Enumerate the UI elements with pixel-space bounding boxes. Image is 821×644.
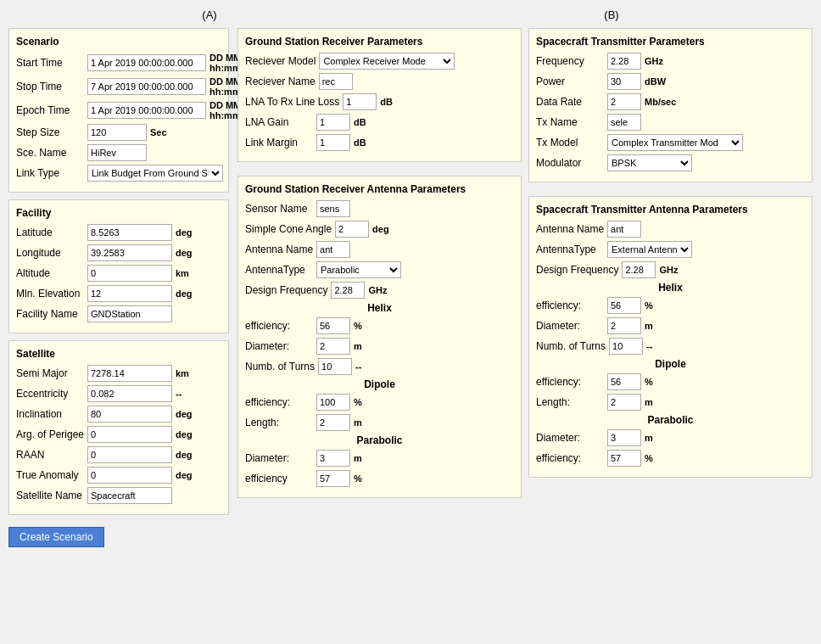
gs-dipole-efficiency-label: efficiency: (245, 396, 313, 408)
gs-dipole-header: Dipole (245, 378, 514, 390)
sc-parabolic-diameter-input[interactable] (607, 429, 641, 446)
gs-helix-turns-label: Numb. of Turns (245, 361, 315, 372)
gs-helix-diameter-label: Diameter: (245, 340, 313, 352)
sc-power-input[interactable] (607, 73, 641, 90)
sc-antenna-name-input[interactable] (607, 221, 641, 238)
min-elevation-input[interactable] (87, 285, 172, 302)
altitude-unit: km (176, 268, 189, 278)
start-time-row: Start Time DD MM YY hh:mm:ss.000 (16, 53, 221, 73)
link-type-label: Link Type (16, 167, 84, 179)
facility-title: Facility (16, 207, 221, 219)
sc-tx-model-select[interactable]: Complex Transmitter Mod (607, 134, 743, 151)
step-size-row: Step Size Sec (16, 124, 221, 141)
sc-helix-turns-input[interactable] (609, 338, 643, 355)
facility-name-input[interactable] (87, 305, 172, 322)
raan-input[interactable] (87, 446, 172, 463)
sc-data-rate-unit: Mb/sec (645, 97, 676, 107)
gs-cone-row: Simple Cone Angle deg (245, 221, 514, 238)
longitude-input[interactable] (87, 244, 172, 261)
sc-design-freq-unit: GHz (659, 265, 678, 275)
gs-cone-unit: deg (372, 224, 389, 234)
longitude-label: Longitude (16, 247, 84, 259)
eccentricity-unit: -- (176, 389, 182, 399)
link-margin-label: Link Margin (245, 137, 313, 148)
stop-time-label: Stop Time (16, 81, 84, 92)
sc-tx-name-label: Tx Name (536, 116, 604, 128)
true-anomaly-unit: deg (176, 470, 193, 480)
link-type-select[interactable]: Link Budget From Ground Station 'Rx' to … (87, 165, 223, 182)
gs-dipole-length-unit: m (354, 417, 362, 428)
lna-loss-row: LNA To Rx Line Loss dB (245, 93, 514, 110)
lna-loss-input[interactable] (343, 93, 377, 110)
sce-name-input[interactable] (87, 144, 147, 161)
gs-design-freq-input[interactable] (331, 282, 365, 299)
step-size-input[interactable] (87, 124, 147, 141)
gs-dipole-length-input[interactable] (316, 414, 350, 431)
gs-parabolic-diameter-input[interactable] (316, 450, 350, 467)
receiver-name-input[interactable] (319, 73, 353, 90)
inclination-input[interactable] (87, 406, 172, 423)
inclination-label: Inclination (16, 408, 84, 420)
start-time-input[interactable] (87, 54, 206, 71)
arg-perigee-input[interactable] (87, 426, 172, 443)
sc-parabolic-diameter-unit: m (645, 433, 653, 443)
sc-tx-model-row: Tx Model Complex Transmitter Mod (536, 134, 805, 151)
sc-dipole-length-input[interactable] (607, 394, 641, 411)
eccentricity-input[interactable] (87, 385, 172, 402)
gs-dipole-efficiency-row: efficiency: % (245, 394, 514, 411)
sc-helix-turns-unit: -- (646, 341, 652, 351)
sc-dipole-length-label: Length: (536, 396, 604, 408)
sc-antenna-type-select[interactable]: External Antenna Pa (607, 241, 692, 258)
gs-antenna-type-select[interactable]: Parabolic (316, 261, 401, 278)
sc-parabolic-efficiency-row: efficiency: % (536, 450, 805, 467)
create-scenario-button[interactable]: Create Scenario (8, 527, 104, 547)
sc-parabolic-efficiency-unit: % (645, 453, 653, 463)
sc-helix-diameter-label: Diameter: (536, 320, 604, 332)
stop-time-input[interactable] (87, 78, 206, 95)
sc-modulator-row: Modulator BPSK (536, 154, 805, 171)
gs-cone-input[interactable] (335, 221, 369, 238)
sc-design-freq-input[interactable] (622, 261, 656, 278)
sc-transmitter-panel: Spacecraft Transmitter Parameters Freque… (528, 28, 813, 182)
gs-sensor-name-input[interactable] (316, 200, 350, 217)
gs-helix-efficiency-input[interactable] (316, 317, 350, 334)
sc-power-row: Power dBW (536, 73, 805, 90)
sc-frequency-unit: GHz (645, 56, 663, 66)
col-b-header: (B) (604, 8, 618, 21)
sc-frequency-input[interactable] (607, 53, 641, 70)
sc-data-rate-label: Data Rate (536, 96, 604, 108)
gs-design-freq-row: Design Frequency GHz (245, 282, 514, 299)
sc-data-rate-input[interactable] (607, 93, 641, 110)
sc-helix-efficiency-unit: % (645, 300, 653, 311)
inclination-row: Inclination deg (16, 406, 221, 423)
true-anomaly-input[interactable] (87, 467, 172, 484)
sc-parabolic-efficiency-input[interactable] (607, 450, 641, 467)
semi-major-input[interactable] (87, 365, 172, 382)
sc-frequency-label: Frequency (536, 55, 604, 67)
latitude-input[interactable] (87, 224, 172, 241)
scenario-title: Scenario (16, 36, 221, 48)
link-margin-input[interactable] (316, 134, 350, 151)
gs-antenna-title: Ground Station Receiver Antenna Paramete… (245, 183, 514, 195)
gs-parabolic-efficiency-input[interactable] (316, 470, 350, 487)
gs-dipole-efficiency-input[interactable] (316, 394, 350, 411)
satellite-name-input[interactable] (87, 487, 172, 504)
sc-helix-diameter-input[interactable] (607, 317, 641, 334)
receiver-model-select[interactable]: Complex Receiver Mode (319, 53, 455, 70)
gs-helix-turns-input[interactable] (318, 358, 352, 375)
gs-dipole-efficiency-unit: % (354, 397, 362, 407)
gs-helix-diameter-input[interactable] (316, 338, 350, 355)
sc-dipole-efficiency-input[interactable] (607, 373, 641, 390)
sc-helix-efficiency-input[interactable] (607, 297, 641, 314)
eccentricity-label: Eccentricity (16, 388, 84, 400)
sc-modulator-select[interactable]: BPSK (607, 154, 692, 171)
sc-tx-name-input[interactable] (607, 114, 641, 131)
gs-helix-turns-unit: -- (355, 361, 361, 372)
epoch-time-input[interactable] (87, 102, 206, 119)
sc-tx-name-row: Tx Name (536, 114, 805, 131)
sc-dipole-header: Dipole (536, 358, 805, 370)
lna-gain-input[interactable] (316, 114, 350, 131)
gs-antenna-name-input[interactable] (316, 241, 350, 258)
altitude-input[interactable] (87, 265, 172, 282)
latitude-label: Latitude (16, 227, 84, 238)
